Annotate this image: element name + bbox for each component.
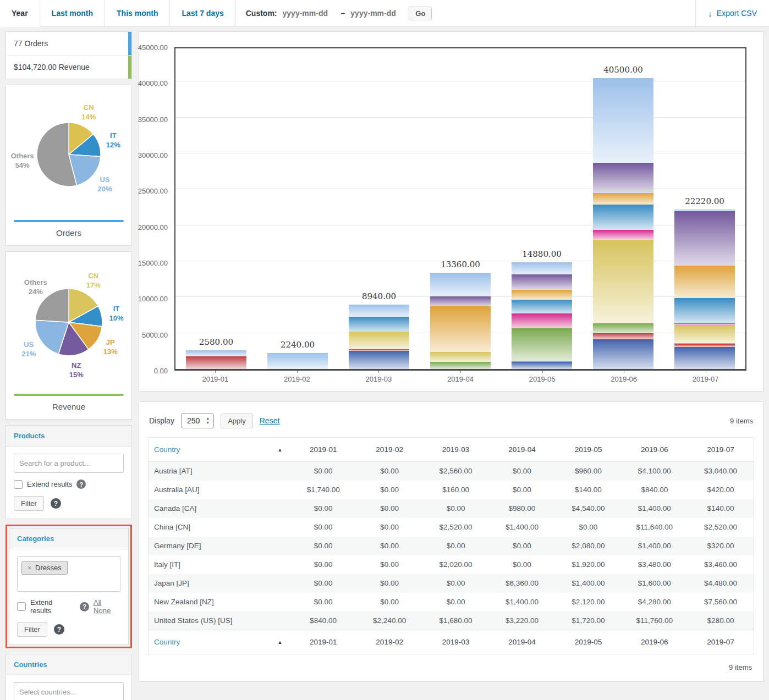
- date-from-input[interactable]: [283, 9, 336, 18]
- value-cell: $4,280.00: [622, 593, 688, 611]
- y-axis-label: 45000.00: [138, 43, 168, 52]
- value-cell: $140.00: [555, 481, 621, 499]
- x-axis-tick: [460, 371, 461, 373]
- column-header-month: 2019-02: [356, 438, 422, 462]
- bar-stack-2019-03: [349, 305, 409, 369]
- tab-year[interactable]: Year: [0, 0, 40, 27]
- country-cell: China [CN]: [149, 518, 290, 537]
- bar-total-label: 40500.00: [603, 65, 643, 75]
- y-axis-label: 15000.00: [138, 259, 168, 267]
- categories-header: Categories: [9, 528, 128, 549]
- products-filter-button[interactable]: Filter: [14, 496, 44, 511]
- bar-total-label: 13360.00: [441, 260, 480, 269]
- value-cell: $0.00: [290, 555, 356, 574]
- value-cell: $4,540.00: [555, 499, 621, 518]
- sort-asc-icon[interactable]: ▲: [278, 447, 285, 453]
- custom-range-zone: Custom: – Go: [236, 0, 442, 26]
- table-row: China [CN]$0.00$0.00$2,520.00$1,400.00$0…: [149, 518, 754, 537]
- apply-button[interactable]: Apply: [221, 414, 253, 428]
- column-header-country[interactable]: Country: [154, 638, 180, 646]
- column-header-month: 2019-01: [290, 630, 356, 654]
- bar-segment: [593, 240, 653, 323]
- bar-segment: [593, 163, 653, 194]
- categories-highlight-box: Categories × Dresses Extend results ? Al: [6, 525, 132, 648]
- orders-pie-panel: CN14%IT12%US20%Others54% Orders: [6, 85, 132, 246]
- tab-this-month[interactable]: This month: [105, 0, 170, 26]
- bar-slot: 40500.00: [583, 48, 664, 369]
- tag-remove-icon[interactable]: ×: [28, 564, 31, 572]
- table-row: Italy [IT]$0.00$0.00$2,020.00$0.00$1,920…: [149, 555, 754, 574]
- value-cell: $160.00: [422, 481, 488, 499]
- value-cell: $0.00: [356, 593, 422, 611]
- bar-segment: [430, 352, 491, 362]
- help-icon[interactable]: ?: [76, 479, 86, 489]
- categories-none-link[interactable]: None: [94, 607, 111, 615]
- value-cell: $0.00: [422, 537, 488, 555]
- value-cell: $0.00: [356, 518, 422, 537]
- pie-label-JP: JP13%: [103, 338, 118, 356]
- value-cell: $1,400.00: [555, 574, 621, 593]
- country-cell: Canada [CA]: [149, 499, 290, 518]
- categories-allnone: All None: [94, 598, 120, 615]
- bar-segment: [674, 266, 735, 298]
- stacked-bar-chart-panel: 45000.0040000.0035000.0030000.0025000.00…: [139, 31, 763, 392]
- tab-last-month[interactable]: Last month: [40, 0, 105, 26]
- bar-segment: [674, 298, 735, 323]
- report-range-toolbar: Year Last month This month Last 7 days C…: [0, 0, 769, 27]
- help-icon[interactable]: ?: [54, 624, 64, 635]
- bar-segment: [430, 362, 491, 369]
- country-cell: Japan [JP]: [149, 574, 290, 593]
- export-csv-button[interactable]: ↓ Export CSV: [695, 0, 769, 26]
- date-to-input[interactable]: [350, 9, 403, 18]
- categories-filter-button[interactable]: Filter: [17, 622, 47, 637]
- bar-total-label: 2240.00: [281, 340, 315, 350]
- table-header-row: Country▲2019-012019-022019-032019-042019…: [149, 438, 754, 462]
- category-tag-dresses[interactable]: × Dresses: [21, 561, 68, 575]
- help-icon[interactable]: ?: [51, 498, 61, 509]
- date-range-dash: –: [341, 9, 345, 18]
- display-count-input[interactable]: 250 ▲▼: [181, 413, 214, 428]
- bar-segment: [512, 313, 572, 328]
- categories-all-link[interactable]: All: [94, 598, 101, 607]
- stepper-arrows-icon[interactable]: ▲▼: [202, 414, 213, 428]
- column-header-month: 2019-04: [489, 438, 555, 462]
- value-cell: $320.00: [688, 537, 754, 555]
- countries-header: Countries: [6, 654, 131, 675]
- value-cell: $2,120.00: [555, 593, 621, 611]
- x-axis-tick: [378, 371, 379, 373]
- pie-label-CN: CN17%: [86, 271, 101, 290]
- value-cell: $0.00: [555, 518, 621, 537]
- pie-label-US: US20%: [97, 175, 112, 194]
- value-cell: $3,040.00: [688, 462, 754, 481]
- bar-segment: [593, 230, 653, 240]
- orders-pie-chart: CN14%IT12%US20%Others54%: [6, 91, 131, 214]
- sort-asc-icon[interactable]: ▲: [278, 640, 285, 645]
- value-cell: $2,520.00: [422, 518, 488, 537]
- y-axis-label: 40000.00: [138, 79, 168, 87]
- y-axis-label: 25000.00: [138, 187, 168, 195]
- column-header-country[interactable]: Country: [154, 445, 180, 454]
- categories-select-box[interactable]: × Dresses: [17, 556, 120, 592]
- orders-summary-strip: [128, 32, 131, 55]
- bar-segment: [512, 290, 572, 300]
- x-axis-tick: [215, 371, 216, 373]
- product-search-input[interactable]: [14, 454, 124, 473]
- x-axis-label: 2019-01: [202, 375, 228, 383]
- tab-last-7-days[interactable]: Last 7 days: [170, 0, 235, 26]
- help-icon[interactable]: ?: [80, 602, 89, 611]
- table-controls: Display 250 ▲▼ Apply Reset 9 items: [148, 411, 754, 437]
- reset-link[interactable]: Reset: [260, 416, 280, 425]
- revenue-summary: $104,720.00 Revenue: [6, 56, 131, 79]
- bar-segment: [593, 78, 653, 163]
- bar-segment: [593, 333, 653, 339]
- products-extend-checkbox[interactable]: [14, 480, 23, 489]
- countries-select-input[interactable]: [14, 682, 124, 700]
- x-axis-label: 2019-05: [529, 375, 556, 383]
- categories-extend-label: Extend results: [30, 598, 75, 615]
- categories-extend-checkbox[interactable]: [17, 602, 26, 611]
- value-cell: $0.00: [356, 537, 422, 555]
- value-cell: $840.00: [622, 481, 688, 499]
- revenue-pie-panel: CN17%IT10%JP13%NZ15%US21%Others24% Reven…: [6, 251, 132, 420]
- country-cell: Italy [IT]: [149, 555, 290, 574]
- go-button[interactable]: Go: [409, 7, 432, 20]
